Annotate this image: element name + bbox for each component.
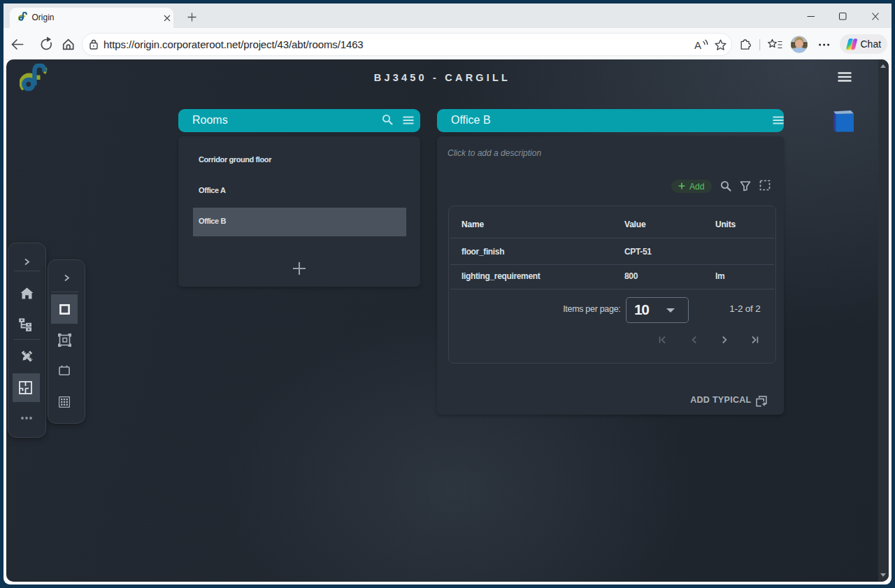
svg-text:A: A	[694, 39, 701, 51]
